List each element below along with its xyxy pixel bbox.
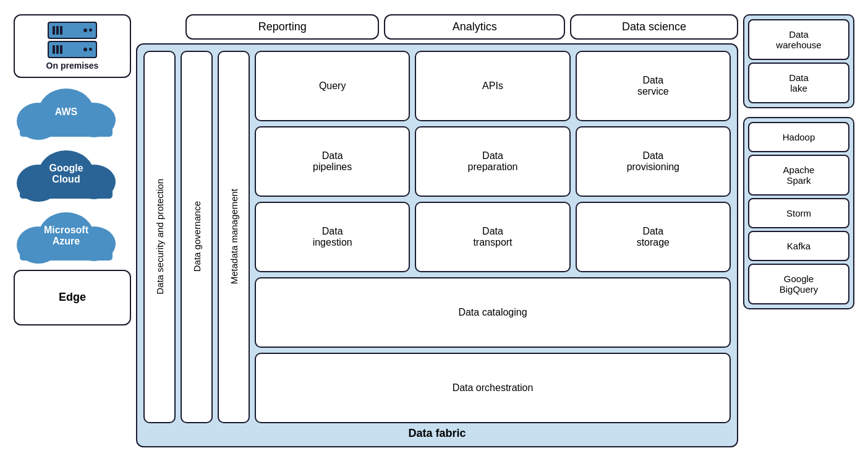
metadata-management-col: Metadata management: [218, 51, 250, 423]
grid-row-2: Data pipelines Data preparation Data pro…: [255, 126, 731, 197]
data-cataloging-cell: Data cataloging: [255, 277, 731, 348]
right-top-section: Data warehouse Data lake: [743, 14, 854, 108]
server-icon: [48, 22, 97, 58]
middle-section: Reporting Analytics Data science Data se…: [136, 14, 738, 447]
data-lake-cell: Data lake: [748, 62, 849, 103]
google-cloud-box: Google Cloud: [14, 146, 119, 202]
data-service-cell: Data service: [576, 51, 731, 121]
data-orchestration-cell: Data orchestration: [255, 353, 731, 423]
analytics-label: Analytics: [453, 20, 497, 33]
data-warehouse-cell: Data warehouse: [748, 19, 849, 60]
fabric-container: Data security and protection Data govern…: [136, 43, 738, 447]
azure-cloud-box: Microsoft Azure: [14, 208, 119, 264]
edge-label: Edge: [59, 291, 86, 304]
server-unit-bottom: [48, 41, 97, 58]
kafka-cell: Kafka: [748, 231, 849, 261]
azure-label: Microsoft Azure: [44, 225, 88, 247]
apache-spark-cell: Apache Spark: [748, 155, 849, 196]
data-governance-label: Data governance: [192, 201, 202, 272]
data-preparation-cell: Data preparation: [415, 126, 570, 197]
data-pipelines-cell: Data pipelines: [255, 126, 410, 197]
data-provisioning-cell: Data provisioning: [576, 126, 731, 197]
server-unit-top: [48, 22, 97, 39]
reporting-label: Reporting: [258, 20, 307, 33]
metadata-management-label: Metadata management: [229, 189, 239, 284]
data-security-label: Data security and protection: [155, 179, 165, 295]
data-storage-cell: Data storage: [576, 202, 731, 272]
right-bottom-section: Hadoop Apache Spark Storm Kafka Google B…: [743, 117, 854, 309]
aws-label: AWS: [55, 106, 77, 118]
grid-row-4: Data cataloging: [255, 277, 731, 348]
analytics-label-box: Analytics: [384, 14, 565, 40]
aws-cloud-box: AWS: [14, 84, 119, 140]
data-ingestion-cell: Data ingestion: [255, 202, 410, 272]
google-bigquery-cell: Google BigQuery: [748, 264, 849, 304]
main-container: On premises AWS Google Cloud: [7, 8, 861, 454]
data-governance-col: Data governance: [181, 51, 213, 423]
edge-box: Edge: [14, 270, 131, 325]
grid-row-5: Data orchestration: [255, 353, 731, 423]
on-premises-box: On premises: [14, 14, 131, 78]
right-column: Data warehouse Data lake Hadoop Apache S…: [743, 14, 854, 447]
svg-rect-3: [20, 118, 113, 137]
data-science-label-box: Data science: [570, 14, 738, 40]
fabric-label: Data fabric: [143, 427, 731, 440]
data-security-col: Data security and protection: [143, 51, 176, 423]
apis-cell: APIs: [415, 51, 570, 121]
grid-row-3: Data ingestion Data transport Data stora…: [255, 202, 731, 272]
google-cloud-label: Google Cloud: [49, 163, 83, 185]
hadoop-cell: Hadoop: [748, 122, 849, 152]
grid-row-1: Query APIs Data service: [255, 51, 731, 121]
data-science-label: Data science: [622, 20, 686, 33]
on-premises-label: On premises: [46, 61, 99, 71]
fabric-inner: Data security and protection Data govern…: [143, 51, 731, 423]
storm-cell: Storm: [748, 198, 849, 228]
reporting-label-box: Reporting: [185, 14, 379, 40]
data-transport-cell: Data transport: [415, 202, 570, 272]
top-labels-row: Reporting Analytics Data science: [185, 14, 738, 40]
query-cell: Query: [255, 51, 410, 121]
left-column: On premises AWS Google Cloud: [14, 14, 131, 447]
main-grid: Query APIs Data service Data pipelines: [255, 51, 731, 423]
